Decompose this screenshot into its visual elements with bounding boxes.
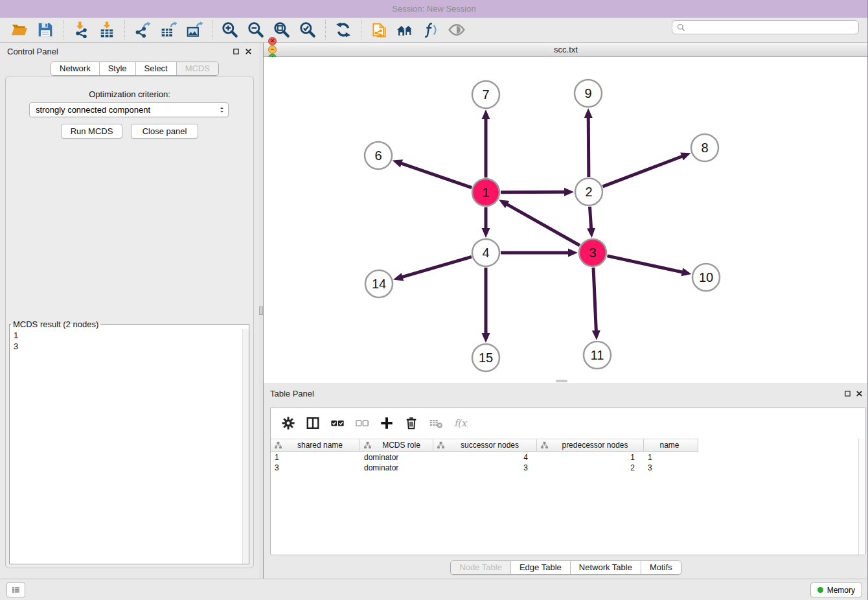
- refresh-button[interactable]: [334, 20, 353, 40]
- table-header: shared nameMCDS rolesuccessor nodesprede…: [271, 439, 698, 452]
- optimization-criterion-label: Optimization criterion:: [0, 89, 259, 99]
- delete-column-button[interactable]: [402, 414, 420, 432]
- graph-edge-arrowhead: [564, 188, 574, 196]
- panel-splitter[interactable]: [259, 43, 264, 579]
- control-panel-close-button[interactable]: [244, 47, 253, 56]
- tab-motifs[interactable]: Motifs: [641, 561, 681, 574]
- network-window-title: scc.txt: [264, 45, 868, 54]
- tab-network[interactable]: Network: [51, 62, 100, 75]
- column-header-MCDS-role[interactable]: MCDS role: [360, 439, 433, 451]
- graph-node-label: 8: [701, 141, 708, 155]
- table-body: 1dominator4113dominator323: [271, 452, 858, 555]
- table-cell[interactable]: 1: [537, 452, 644, 463]
- zoom-in-button[interactable]: [220, 20, 240, 40]
- table-panel-close-button[interactable]: [855, 389, 863, 398]
- control-panel-title: Control Panel: [7, 47, 58, 56]
- graph-edge-2-9[interactable]: [588, 117, 589, 177]
- table-row[interactable]: 3dominator323: [271, 463, 858, 473]
- criterion-select[interactable]: strongly connected component: [29, 102, 229, 117]
- table-cell[interactable]: 2: [537, 463, 644, 473]
- show-hidden-button[interactable]: [447, 20, 466, 40]
- column-header-name[interactable]: name: [644, 439, 698, 451]
- export-network-button[interactable]: [133, 20, 152, 40]
- column-label: predecessor nodes: [549, 441, 643, 450]
- zoom-in-icon: [222, 21, 238, 38]
- graph-edge-2-8[interactable]: [603, 156, 683, 187]
- open-session-button[interactable]: [10, 20, 29, 40]
- search-icon: [676, 23, 686, 32]
- network-window-grip[interactable]: [556, 380, 567, 382]
- save-session-button[interactable]: [36, 20, 55, 40]
- function-builder-icon: [453, 416, 468, 430]
- graph-edge-arrowhead: [482, 333, 490, 343]
- table-cell[interactable]: 3: [271, 463, 360, 473]
- import-table-button[interactable]: [97, 20, 117, 40]
- table-panel-float-button[interactable]: [843, 389, 852, 398]
- graph-edge-3-1[interactable]: [506, 204, 580, 246]
- graph-edge-3-10[interactable]: [607, 256, 683, 272]
- application-window: Session: New Session Control Panel Netwo…: [0, 0, 868, 600]
- show-columns-button[interactable]: [304, 414, 322, 432]
- splitter-grip[interactable]: [259, 306, 263, 315]
- delete-table-button[interactable]: [427, 414, 445, 432]
- mcds-result-scrollbar[interactable]: [242, 329, 249, 564]
- import-network-button[interactable]: [71, 20, 91, 40]
- export-table-button[interactable]: [159, 20, 178, 40]
- task-history-button[interactable]: [6, 583, 25, 597]
- new-network-from-selection-button[interactable]: [369, 20, 389, 40]
- unselect-all-columns-icon: [355, 416, 369, 430]
- table-cell[interactable]: 4: [433, 452, 537, 463]
- table-cell[interactable]: dominator: [360, 452, 433, 463]
- tab-edge-table[interactable]: Edge Table: [511, 561, 571, 574]
- run-mcds-button[interactable]: Run MCDS: [61, 124, 122, 139]
- hierarchy-icon: [274, 441, 282, 450]
- hide-selected-button[interactable]: [421, 20, 440, 40]
- tab-network-table[interactable]: Network Table: [571, 561, 641, 574]
- column-header-predecessor-nodes[interactable]: predecessor nodes: [537, 439, 644, 451]
- toolbar-separator: [63, 20, 63, 40]
- table-cell[interactable]: 1: [644, 452, 698, 463]
- table-cell[interactable]: 1: [271, 452, 360, 463]
- graph-edge-arrowhead: [680, 152, 691, 160]
- table-cell[interactable]: dominator: [360, 463, 433, 473]
- criterion-value: strongly connected component: [36, 105, 150, 115]
- search-input[interactable]: [686, 21, 856, 33]
- select-all-columns-button[interactable]: [328, 414, 347, 432]
- tab-mcds[interactable]: MCDS: [177, 62, 218, 75]
- zoom-selected-button[interactable]: [298, 20, 317, 40]
- table-scrollbar[interactable]: [858, 439, 865, 555]
- memory-button[interactable]: Memory: [810, 583, 862, 597]
- show-columns-icon: [306, 416, 320, 430]
- add-column-icon: [380, 416, 394, 430]
- mcds-result-fieldset: MCDS result (2 nodes) 1 3: [9, 319, 249, 564]
- column-header-successor-nodes[interactable]: successor nodes: [433, 439, 537, 451]
- network-canvas[interactable]: 7968124314101511: [264, 57, 868, 383]
- column-label: name: [644, 441, 698, 450]
- table-row[interactable]: 1dominator411: [271, 452, 858, 463]
- tab-select[interactable]: Select: [136, 62, 177, 75]
- function-builder-button[interactable]: [451, 414, 470, 432]
- zoom-fit-icon: [273, 21, 290, 38]
- table-cell[interactable]: 3: [433, 463, 537, 473]
- first-neighbors-button[interactable]: [395, 20, 415, 40]
- table-cell[interactable]: 3: [644, 463, 698, 473]
- control-panel-float-button[interactable]: [232, 47, 240, 56]
- graph-edge-4-14[interactable]: [402, 257, 472, 277]
- graph-node-label: 9: [584, 86, 591, 100]
- graph-node-label: 15: [479, 351, 493, 365]
- zoom-out-button[interactable]: [246, 20, 266, 40]
- export-image-button[interactable]: [185, 20, 204, 40]
- tab-node-table[interactable]: Node Table: [451, 561, 511, 574]
- graph-edge-3-11[interactable]: [593, 268, 596, 332]
- toolbar-separator: [325, 20, 326, 40]
- close-panel-button[interactable]: Close panel: [131, 124, 198, 139]
- tab-style[interactable]: Style: [100, 62, 136, 75]
- table-settings-button[interactable]: [279, 414, 297, 432]
- graph-edge-1-6[interactable]: [400, 163, 472, 188]
- unselect-all-columns-button[interactable]: [353, 414, 371, 432]
- column-header-shared-name[interactable]: shared name: [271, 439, 360, 451]
- add-column-button[interactable]: [378, 414, 396, 432]
- graph-edge-2-3[interactable]: [589, 207, 591, 229]
- graph-edge-arrowhead: [681, 268, 691, 277]
- graph-edge-1-2[interactable]: [501, 192, 565, 192]
